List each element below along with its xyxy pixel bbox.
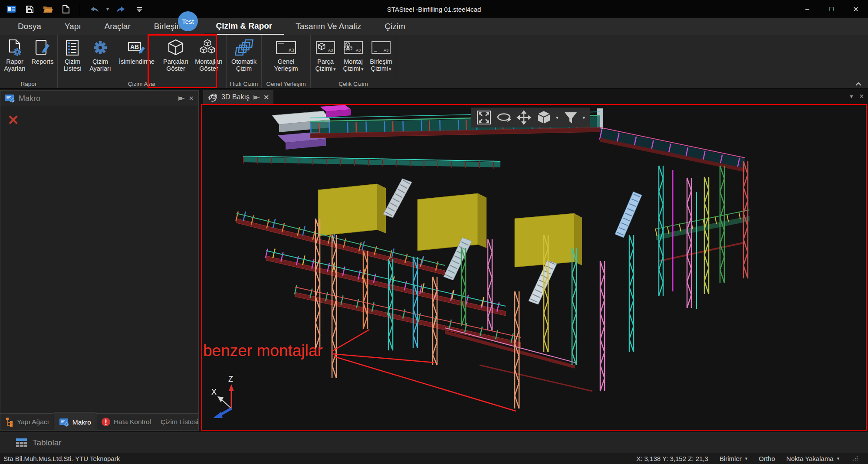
- annotation-leader-lines: [332, 330, 516, 411]
- assembly-drawing-icon: A3: [343, 41, 363, 55]
- company-label: Sta Bil.Muh.Mus.Ltd.Sti.-YTU Teknopark: [3, 455, 636, 462]
- ribbon-group-rapor: Rapor Ayarları Reports Rapor: [0, 35, 58, 88]
- ribbon-tab-bar: Dosya Yapı Araçlar Birleşimler Çizim & R…: [0, 18, 868, 35]
- cizim-listesi-button[interactable]: Çizim Listesi: [59, 36, 86, 72]
- panel-tab-bar: Yapı Ağacı Makro Hata Kontrol Çizim List…: [0, 413, 198, 430]
- tab-tasarim-ve-analiz[interactable]: Tasarım Ve Analiz: [284, 19, 373, 34]
- parcalari-goster-button[interactable]: Parçaları Göster: [159, 36, 192, 72]
- auto-drawing-sheets-icon: [234, 38, 253, 57]
- tables-label: Tablolar: [33, 438, 62, 448]
- birlesim-cizimi-button[interactable]: A3 Birleşim Çizimi▾: [367, 36, 395, 72]
- error-check-icon: [101, 417, 111, 427]
- tab-cizim-rapor[interactable]: Çizim & Rapor: [204, 18, 284, 35]
- parca-cizimi-button[interactable]: A3 Parça Çizimi▾: [312, 36, 339, 72]
- reports-button[interactable]: Reports: [29, 36, 56, 65]
- montajlari-goster-button[interactable]: Montajları Göster: [192, 36, 225, 72]
- naming-ab-icon: AB: [127, 39, 146, 57]
- tab-strip-controls: ▾ ✕: [850, 93, 864, 100]
- tab-cizim[interactable]: Çizim: [373, 19, 417, 34]
- show-parts-cube-icon: [167, 39, 184, 56]
- filter-funnel-icon: [563, 111, 578, 124]
- annotation-text: benzer montajlar: [203, 342, 323, 360]
- 3d-viewport[interactable]: Z X: [201, 104, 867, 431]
- maximize-button[interactable]: □: [819, 0, 844, 18]
- 3d-view-icon: [207, 92, 218, 102]
- group-label-genel-yerlesim: Genel Yerleşim: [262, 81, 310, 87]
- delete-macro-button[interactable]: ✕: [7, 113, 19, 127]
- tab-dosya[interactable]: Dosya: [6, 19, 53, 34]
- tables-icon: [16, 438, 27, 448]
- filter-dropdown-caret[interactable]: ▾: [583, 115, 585, 121]
- tab-makro[interactable]: Makro: [54, 412, 96, 430]
- ribbon-group-genel-yerlesim: A3 Genel Yerleşim Genel Yerleşim: [262, 35, 311, 88]
- axis-triad: Z X: [211, 375, 234, 418]
- tab-hata-kontrol[interactable]: Hata Kontrol: [96, 414, 156, 430]
- show-assemblies-cubes-icon: [200, 39, 218, 56]
- macro-panel-header: Makro ✕: [0, 91, 198, 106]
- macro-panel: Makro ✕ ✕ Yapı Ağacı Makro: [0, 90, 199, 431]
- rapor-ayarlari-button[interactable]: Rapor Ayarları: [1, 36, 29, 72]
- montaj-cizimi-dropdown-caret: ▾: [361, 66, 364, 72]
- pin-panel-button[interactable]: [178, 95, 185, 102]
- 3d-model: Z X: [202, 105, 866, 430]
- macro-tab-icon: [59, 418, 69, 427]
- tab-araclar[interactable]: Araçlar: [93, 19, 142, 34]
- tab-list-caret[interactable]: ▾: [850, 93, 853, 100]
- close-tab-icon[interactable]: ✕: [263, 93, 269, 101]
- part-drawing-icon: A3: [316, 41, 335, 55]
- tab-yapi-agaci[interactable]: Yapı Ağacı: [0, 414, 54, 430]
- collapse-ribbon-button[interactable]: [855, 82, 862, 86]
- close-button[interactable]: ✕: [844, 0, 868, 18]
- genel-yerlesim-button[interactable]: A3 Genel Yerleşim: [263, 36, 309, 72]
- ribbon-group-cizim-ayar: Çizim Listesi Çizim Ayarları AB: [58, 35, 227, 88]
- status-bar: Sta Bil.Muh.Mus.Ltd.Sti.-YTU Teknopark X…: [0, 453, 868, 464]
- pan-icon: [516, 110, 531, 125]
- zoom-fit-button[interactable]: [475, 109, 493, 126]
- viewport-toolbar: ▾ ▾: [471, 108, 590, 127]
- orbit-button[interactable]: [495, 109, 513, 126]
- test-badge: Test: [178, 11, 198, 31]
- tab-yapi[interactable]: Yapı: [53, 19, 93, 34]
- resize-grip[interactable]: [852, 455, 858, 461]
- cizim-ayarlari-button[interactable]: Çizim Ayarları: [86, 36, 114, 72]
- tables-panel-header[interactable]: Tablolar: [0, 432, 868, 453]
- isimlendirme-button[interactable]: AB İsimlendirme: [114, 36, 159, 65]
- units-caret-icon: ▾: [745, 456, 748, 461]
- window-controls: – □ ✕: [795, 0, 868, 18]
- snap-caret-icon: ▾: [837, 456, 839, 461]
- drawing-settings-gear-icon: [92, 39, 109, 57]
- snap-dropdown[interactable]: Nokta Yakalama ▾: [786, 455, 839, 462]
- filter-button[interactable]: [562, 109, 579, 126]
- view-cube-dropdown-caret[interactable]: ▾: [556, 115, 559, 121]
- group-label-hizli-cizim: Hızlı Çizim: [227, 81, 261, 87]
- units-dropdown[interactable]: Birimler ▾: [720, 455, 747, 462]
- ortho-toggle[interactable]: Ortho: [759, 455, 775, 462]
- axis-label-z: Z: [228, 375, 233, 383]
- otomatik-cizim-button[interactable]: Otomatik Çizim: [227, 36, 260, 72]
- application-window: ▾ STASteel -Binfilling 01.steel4cad – □ …: [0, 0, 868, 464]
- view-cube-icon: [536, 110, 551, 125]
- minimize-button[interactable]: –: [795, 0, 819, 18]
- tab-3d-bakis[interactable]: 3D Bakış ✕: [203, 90, 273, 104]
- montaj-cizimi-button[interactable]: A3 Montaj Çizimi▾: [339, 36, 367, 72]
- ribbon-group-celik-cizim: A3 Parça Çizimi▾ A3 Montaj Çizimi▾: [311, 35, 396, 88]
- chevron-up-icon: [855, 82, 862, 86]
- macro-icon: [5, 94, 15, 103]
- svg-text:AB: AB: [130, 43, 139, 50]
- orbit-icon: [496, 111, 512, 124]
- ribbon-group-hizli-cizim: Otomatik Çizim Hızlı Çizim: [227, 35, 262, 88]
- general-layout-sheet-icon: A3: [276, 40, 296, 56]
- axis-label-x: X: [211, 388, 217, 396]
- tab-cizim-listesi[interactable]: Çizim Listesi: [156, 414, 203, 430]
- ribbon: Rapor Ayarları Reports Rapor: [0, 35, 868, 89]
- window-title: STASteel -Binfilling 01.steel4cad: [0, 6, 868, 13]
- close-panel-button[interactable]: ✕: [188, 95, 194, 102]
- close-document-icon[interactable]: ✕: [859, 93, 864, 100]
- parca-cizimi-dropdown-caret: ▾: [333, 66, 336, 72]
- svg-text:A3: A3: [328, 48, 333, 52]
- birlesim-cizimi-dropdown-caret: ▾: [389, 66, 391, 72]
- view-cube-button[interactable]: [535, 109, 552, 126]
- group-label-celik-cizim: Çelik Çizim: [311, 81, 396, 87]
- pan-button[interactable]: [515, 109, 533, 126]
- pin-tab-icon[interactable]: [253, 94, 260, 101]
